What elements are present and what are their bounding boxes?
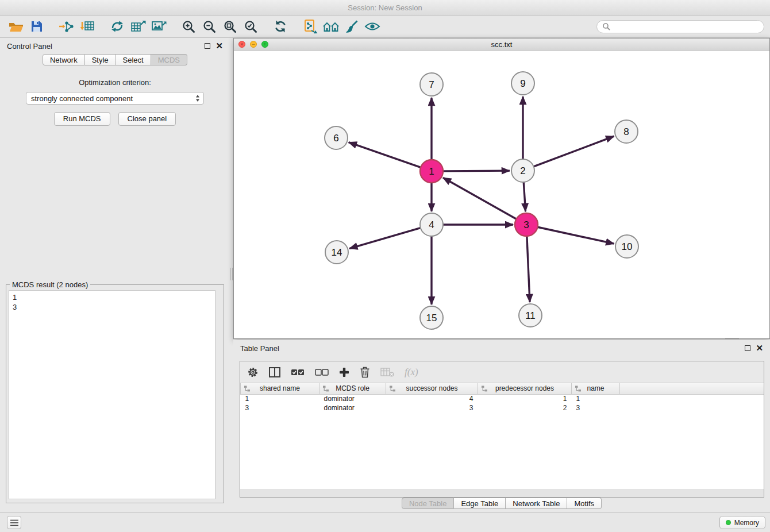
table-cell[interactable]: dominator [319,394,386,403]
mcds-result-box: MCDS result (2 nodes) 1 3 [6,284,224,503]
graph-edge[interactable] [527,236,530,302]
window-title: Session: New Session [348,3,422,12]
open-session-button[interactable] [6,17,26,36]
run-mcds-button[interactable]: Run MCDS [54,112,110,126]
table-cell[interactable]: 2 [478,403,572,413]
graph-node[interactable]: 15 [420,306,443,329]
close-window-button[interactable]: × [238,41,245,48]
graph-node[interactable]: 3 [515,213,538,236]
minimize-window-button[interactable]: – [250,41,257,48]
import-network-button[interactable] [56,17,77,36]
save-session-button[interactable] [26,17,47,36]
show-columns-button[interactable] [269,367,280,377]
graph-edge[interactable] [443,171,510,171]
graph-edge[interactable] [523,182,525,211]
memory-button[interactable]: Memory [719,516,765,529]
task-history-button[interactable] [7,516,21,529]
graph-node[interactable]: 1 [420,160,443,183]
control-panel-title: Control Panel [7,42,52,51]
table-settings-button[interactable] [247,367,259,378]
table-cell[interactable]: 1 [478,394,572,403]
graph-node[interactable]: 4 [420,213,443,236]
column-header-filler [620,383,764,394]
delete-table-button[interactable] [380,367,394,377]
mcds-result-list[interactable]: 1 3 [9,290,215,499]
graph-node[interactable]: 14 [325,241,348,264]
delete-column-button[interactable] [360,366,370,378]
network-document-button[interactable] [300,17,321,36]
attribute-icon [481,385,488,392]
table-row[interactable]: 3dominator323 [241,403,764,413]
first-neighbors-button[interactable] [321,17,341,36]
table-cell[interactable]: 3 [386,403,478,413]
column-header[interactable]: MCDS role [319,383,386,394]
tab-motifs[interactable]: Motifs [567,498,602,509]
column-header[interactable]: name [572,383,620,394]
table-cell[interactable]: 1 [241,394,319,403]
apply-layout-button[interactable] [270,17,291,36]
export-image-button[interactable] [148,17,169,36]
table-cell[interactable]: 1 [572,394,620,403]
tab-style[interactable]: Style [85,54,116,65]
search-box[interactable] [596,20,764,33]
graph-node[interactable]: 7 [420,73,443,96]
import-table-button[interactable] [77,17,98,36]
table-panel-title: Table Panel [240,344,279,353]
tab-edge-table[interactable]: Edge Table [454,498,506,509]
graph-node[interactable]: 8 [615,120,638,143]
style-button[interactable] [341,17,362,36]
zoom-selected-button[interactable] [240,17,261,36]
maximize-window-button[interactable]: + [261,41,268,48]
column-header[interactable]: predecessor nodes [478,383,572,394]
unselect-all-columns-button[interactable] [315,368,329,376]
mcds-result-title: MCDS result (2 nodes) [10,280,90,289]
float-panel-button[interactable] [205,43,210,49]
tab-network[interactable]: Network [43,54,85,65]
graph-node[interactable]: 9 [511,72,534,95]
zoom-out-button[interactable] [199,17,220,36]
close-table-panel-button[interactable]: ✕ [756,345,763,351]
select-all-columns-button[interactable] [291,368,305,376]
control-panel-tabs: Network Style Select MCDS [0,54,230,65]
search-input[interactable] [613,22,759,31]
float-table-panel-button[interactable] [745,345,750,351]
table-cell[interactable]: 3 [572,403,620,413]
graph-node[interactable]: 2 [511,159,534,182]
tab-select[interactable]: Select [116,54,151,65]
network-canvas[interactable]: 7968124314101511 [234,51,769,338]
graph-node-label: 15 [426,313,437,323]
graph-edge[interactable] [534,136,614,167]
graph-edge[interactable] [443,178,517,219]
network-window-titlebar[interactable]: × – + scc.txt [234,38,769,51]
close-mcds-panel-button[interactable]: Close panel [118,112,176,126]
graph-edge[interactable] [349,142,421,168]
tab-node-table[interactable]: Node Table [402,498,455,509]
tab-mcds[interactable]: MCDS [151,54,187,65]
graph-node[interactable]: 6 [325,126,348,149]
table-cell[interactable]: 3 [241,403,319,413]
tab-network-table[interactable]: Network Table [506,498,567,509]
graph-edge[interactable] [349,228,421,249]
column-header[interactable]: successor nodes [386,383,478,394]
show-hide-button[interactable] [362,17,383,36]
column-header[interactable]: shared name [241,383,319,394]
function-builder-button[interactable]: f(x) [405,367,418,378]
table-cell[interactable]: 4 [386,394,478,403]
export-network-button[interactable] [107,17,128,36]
add-column-button[interactable] [339,367,349,377]
graph-edge[interactable] [538,227,614,244]
table-horizontal-scrollbar[interactable] [240,489,764,497]
export-table-button[interactable] [128,17,148,36]
zoom-fit-button[interactable] [220,17,240,36]
network-graph[interactable]: 7968124314101511 [234,51,769,338]
graph-node[interactable]: 11 [519,304,542,327]
zoom-in-button[interactable] [178,17,199,36]
import-table-icon [80,20,95,33]
unchecked-boxes-icon [315,368,329,376]
criterion-dropdown[interactable]: strongly connected component [26,92,204,105]
table-row[interactable]: 1dominator411 [241,394,764,403]
graph-node[interactable]: 10 [615,235,638,258]
table-cell[interactable]: dominator [319,403,386,413]
save-icon [30,20,43,33]
close-panel-button[interactable]: ✕ [215,43,223,49]
